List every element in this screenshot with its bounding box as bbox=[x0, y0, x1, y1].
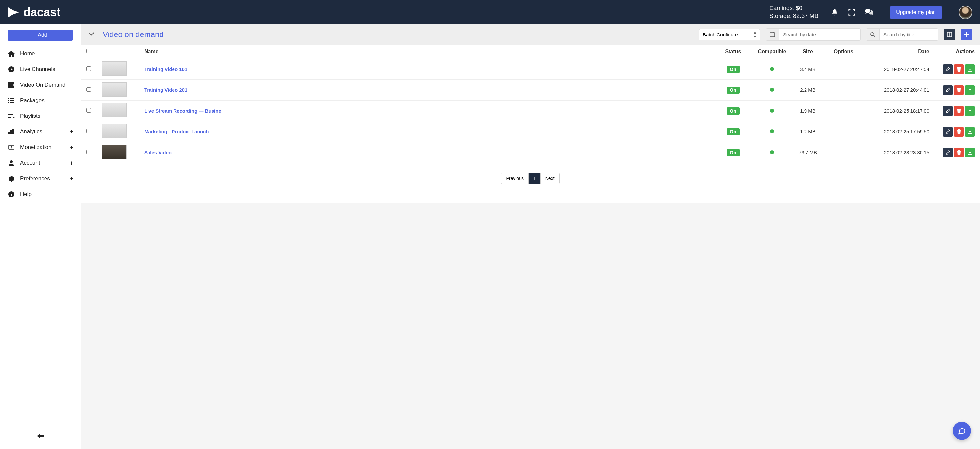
columns-button[interactable] bbox=[943, 29, 955, 40]
page-1-button[interactable]: 1 bbox=[529, 173, 541, 184]
delete-button[interactable] bbox=[954, 148, 964, 158]
sidebar-item-label: Video On Demand bbox=[20, 81, 66, 88]
add-video-button[interactable] bbox=[961, 29, 972, 40]
film-icon bbox=[8, 82, 15, 88]
status-badge: On bbox=[727, 66, 739, 73]
col-options: Options bbox=[824, 45, 863, 59]
compatible-indicator bbox=[770, 67, 774, 71]
col-size: Size bbox=[792, 45, 824, 59]
video-thumbnail[interactable] bbox=[102, 145, 127, 159]
search-date-input[interactable] bbox=[779, 29, 861, 40]
delete-button[interactable] bbox=[954, 127, 964, 137]
svg-rect-6 bbox=[12, 129, 14, 134]
row-checkbox[interactable] bbox=[86, 108, 91, 113]
sidebar-item-account[interactable]: Account+ bbox=[0, 155, 81, 171]
video-thumbnail[interactable] bbox=[102, 124, 127, 138]
download-button[interactable] bbox=[965, 64, 975, 74]
edit-button[interactable] bbox=[943, 85, 953, 95]
row-checkbox[interactable] bbox=[86, 66, 91, 71]
row-checkbox[interactable] bbox=[86, 129, 91, 133]
edit-button[interactable] bbox=[943, 64, 953, 74]
sidebar-item-monetization[interactable]: $Monetization+ bbox=[0, 140, 81, 155]
sidebar-item-live-channels[interactable]: Live Channels bbox=[0, 61, 81, 77]
search-title-input[interactable] bbox=[880, 29, 938, 40]
gear-icon bbox=[8, 176, 15, 182]
col-status: Status bbox=[714, 45, 752, 59]
main-content: Video on demand Batch Configure ▲▼ bbox=[81, 24, 980, 449]
chat-fab[interactable] bbox=[953, 422, 971, 440]
prev-page-button[interactable]: Previous bbox=[501, 173, 528, 184]
playlist-icon bbox=[8, 114, 15, 118]
table-row: Training Video 201On2.2 MB2018-02-27 20:… bbox=[81, 80, 980, 101]
expand-icon: + bbox=[70, 144, 73, 151]
video-thumbnail[interactable] bbox=[102, 103, 127, 117]
play-circle-icon bbox=[8, 66, 15, 73]
options-cell bbox=[824, 59, 863, 80]
delete-button[interactable] bbox=[954, 64, 964, 74]
brand-logo[interactable]: dacast bbox=[8, 6, 60, 19]
download-button[interactable] bbox=[965, 127, 975, 137]
sidebar-item-playlists[interactable]: Playlists bbox=[0, 108, 81, 124]
date-cell: 2018-02-25 17:59:50 bbox=[863, 121, 934, 142]
row-checkbox[interactable] bbox=[86, 87, 91, 92]
date-cell: 2018-02-25 18:17:00 bbox=[863, 101, 934, 121]
video-thumbnail[interactable] bbox=[102, 82, 127, 97]
collapse-sidebar-button[interactable] bbox=[0, 430, 81, 444]
video-name-link[interactable]: Training Video 201 bbox=[144, 87, 187, 93]
calendar-icon[interactable] bbox=[766, 29, 779, 40]
video-name-link[interactable]: Training Video 101 bbox=[144, 66, 187, 72]
video-name-link[interactable]: Marketing - Product Launch bbox=[144, 129, 208, 134]
video-name-link[interactable]: Live Stream Recording — Busine bbox=[144, 108, 221, 113]
video-thumbnail[interactable] bbox=[102, 61, 127, 76]
next-page-button[interactable]: Next bbox=[541, 173, 559, 184]
col-actions: Actions bbox=[934, 45, 980, 59]
sidebar-item-label: Monetization bbox=[20, 144, 51, 151]
edit-button[interactable] bbox=[943, 127, 953, 137]
chat-icon[interactable] bbox=[865, 9, 873, 16]
table-row: Live Stream Recording — BusineOn1.9 MB20… bbox=[81, 101, 980, 121]
select-all-checkbox[interactable] bbox=[86, 49, 91, 53]
sidebar-item-home[interactable]: Home bbox=[0, 46, 81, 61]
edit-button[interactable] bbox=[943, 148, 953, 158]
bell-icon[interactable] bbox=[831, 9, 838, 16]
delete-button[interactable] bbox=[954, 106, 964, 116]
svg-rect-13 bbox=[770, 32, 775, 37]
sidebar-item-label: Home bbox=[20, 50, 35, 57]
sidebar-item-video-on-demand[interactable]: Video On Demand bbox=[0, 77, 81, 93]
page-title: Video on demand bbox=[103, 30, 164, 39]
download-button[interactable] bbox=[965, 85, 975, 95]
expand-icon: + bbox=[70, 128, 73, 135]
batch-configure-select[interactable]: Batch Configure bbox=[698, 29, 760, 40]
sidebar-item-label: Playlists bbox=[20, 113, 40, 120]
sidebar-item-analytics[interactable]: Analytics+ bbox=[0, 124, 81, 140]
chevron-down-icon[interactable] bbox=[88, 32, 94, 37]
options-cell bbox=[824, 121, 863, 142]
compatible-indicator bbox=[770, 88, 774, 92]
svg-rect-11 bbox=[11, 193, 12, 196]
options-cell bbox=[824, 142, 863, 163]
search-date-group bbox=[765, 28, 861, 41]
add-button[interactable]: + Add bbox=[8, 30, 73, 41]
search-icon[interactable] bbox=[866, 29, 880, 40]
options-cell bbox=[824, 101, 863, 121]
svg-rect-4 bbox=[8, 132, 10, 134]
row-checkbox[interactable] bbox=[86, 150, 91, 154]
size-cell: 2.2 MB bbox=[792, 80, 824, 101]
date-cell: 2018-02-23 23:30:15 bbox=[863, 142, 934, 163]
avatar[interactable] bbox=[959, 6, 972, 19]
sidebar-item-preferences[interactable]: Preferences+ bbox=[0, 171, 81, 187]
edit-button[interactable] bbox=[943, 106, 953, 116]
top-bar: dacast Earnings: $0 Storage: 82.37 MB Up… bbox=[0, 0, 980, 24]
sidebar-item-packages[interactable]: Packages bbox=[0, 93, 81, 108]
video-name-link[interactable]: Sales Video bbox=[144, 150, 172, 155]
pagination: Previous 1 Next bbox=[81, 163, 980, 203]
svg-point-14 bbox=[871, 32, 874, 36]
size-cell: 73.7 MB bbox=[792, 142, 824, 163]
download-button[interactable] bbox=[965, 106, 975, 116]
sidebar-item-help[interactable]: Help bbox=[0, 187, 81, 202]
upgrade-button[interactable]: Upgrade my plan bbox=[890, 6, 942, 19]
list-icon bbox=[8, 98, 15, 103]
delete-button[interactable] bbox=[954, 85, 964, 95]
fullscreen-icon[interactable] bbox=[848, 9, 855, 16]
download-button[interactable] bbox=[965, 148, 975, 158]
